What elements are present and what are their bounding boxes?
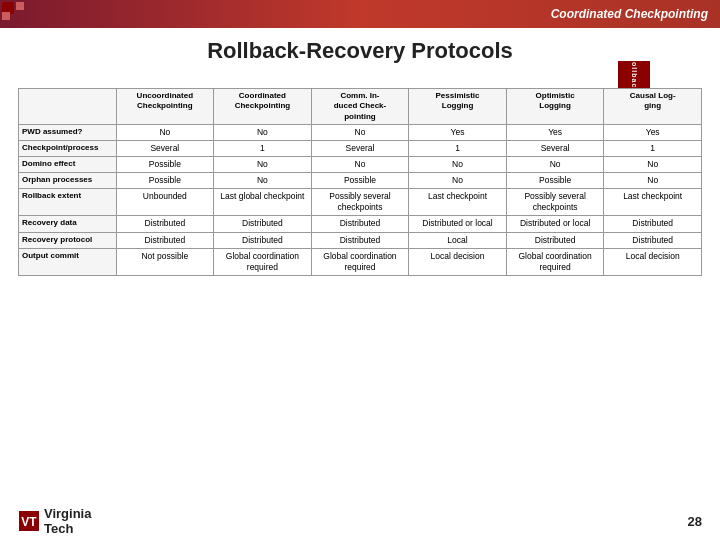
- row-label: Recovery data: [19, 216, 117, 232]
- rollback-badge-label: Rollback: [618, 61, 650, 89]
- table-cell: Possible: [506, 173, 604, 189]
- row-label: Rollback extent: [19, 189, 117, 216]
- table-cell: Distributed: [604, 216, 702, 232]
- table-cell: Local decision: [409, 248, 507, 275]
- col-header-coordinated: CoordinatedCheckpointing: [214, 89, 312, 125]
- row-label: PWD assumed?: [19, 125, 117, 141]
- table-cell: No: [214, 157, 312, 173]
- vt-logo-subtext: Tech: [44, 521, 91, 536]
- col-header-comm-induced: Comm. In-duced Check-pointing: [311, 89, 409, 125]
- table-cell: Last global checkpoint: [214, 189, 312, 216]
- col-header-optimistic: OptimisticLogging: [506, 89, 604, 125]
- col-header-pessimistic: PessimisticLogging: [409, 89, 507, 125]
- table-cell: Possible: [116, 173, 214, 189]
- table-cell: No: [116, 125, 214, 141]
- table-cell: No: [604, 173, 702, 189]
- svg-text:VT: VT: [21, 515, 37, 529]
- table-cell: Unbounded: [116, 189, 214, 216]
- table-cell: Distributed: [311, 216, 409, 232]
- table-row: PWD assumed?NoNoNoYesYesYes: [19, 125, 702, 141]
- table-cell: Yes: [506, 125, 604, 141]
- table-cell: Last checkpoint: [409, 189, 507, 216]
- table-cell: No: [311, 125, 409, 141]
- col-header-label: [19, 89, 117, 125]
- page-number: 28: [688, 514, 702, 529]
- col-header-causal: Causal Log-ging: [604, 89, 702, 125]
- table-cell: No: [409, 157, 507, 173]
- page-title: Rollback-Recovery Protocols Rollback: [0, 30, 720, 70]
- table-cell: 1: [214, 141, 312, 157]
- table-row: Recovery protocolDistributedDistributedD…: [19, 232, 702, 248]
- table-cell: Distributed: [214, 232, 312, 248]
- table-row: Checkpoint/processSeveral1Several1Severa…: [19, 141, 702, 157]
- table-cell: Distributed: [214, 216, 312, 232]
- corner-decoration: [0, 0, 50, 28]
- comparison-table: UncoordinatedCheckpointing CoordinatedCh…: [18, 88, 702, 276]
- table-cell: Yes: [604, 125, 702, 141]
- table-cell: Local decision: [604, 248, 702, 275]
- table-cell: Distributed: [604, 232, 702, 248]
- table-cell: Distributed or local: [506, 216, 604, 232]
- table-cell: No: [214, 173, 312, 189]
- table-cell: Last checkpoint: [604, 189, 702, 216]
- table-cell: 1: [409, 141, 507, 157]
- row-label: Recovery protocol: [19, 232, 117, 248]
- table-cell: Distributed: [311, 232, 409, 248]
- table-row: Output commitNot possibleGlobal coordina…: [19, 248, 702, 275]
- table-row: Recovery dataDistributedDistributedDistr…: [19, 216, 702, 232]
- table-cell: Distributed or local: [409, 216, 507, 232]
- table-cell: No: [506, 157, 604, 173]
- header-title: Coordinated Checkpointing: [551, 7, 708, 21]
- table-cell: Possible: [116, 157, 214, 173]
- table-cell: Possible: [311, 173, 409, 189]
- comparison-table-container: UncoordinatedCheckpointing CoordinatedCh…: [18, 88, 702, 500]
- table-cell: Several: [506, 141, 604, 157]
- table-cell: Global coordination required: [506, 248, 604, 275]
- vt-logo-text: Virginia: [44, 506, 91, 521]
- table-cell: 1: [604, 141, 702, 157]
- table-cell: Yes: [409, 125, 507, 141]
- table-cell: Several: [311, 141, 409, 157]
- vt-logo: VT Virginia Tech: [18, 506, 91, 536]
- row-label: Orphan processes: [19, 173, 117, 189]
- table-cell: No: [311, 157, 409, 173]
- table-row: Rollback extentUnboundedLast global chec…: [19, 189, 702, 216]
- table-cell: Distributed: [116, 216, 214, 232]
- row-label: Domino effect: [19, 157, 117, 173]
- row-label: Checkpoint/process: [19, 141, 117, 157]
- table-cell: Global coordination required: [311, 248, 409, 275]
- table-cell: Several: [116, 141, 214, 157]
- row-label: Output commit: [19, 248, 117, 275]
- table-cell: Possibly several checkpoints: [506, 189, 604, 216]
- table-cell: Not possible: [116, 248, 214, 275]
- footer: VT Virginia Tech 28: [18, 506, 702, 536]
- table-cell: Distributed: [506, 232, 604, 248]
- col-header-uncoordinated: UncoordinatedCheckpointing: [116, 89, 214, 125]
- table-cell: No: [409, 173, 507, 189]
- table-cell: Local: [409, 232, 507, 248]
- table-row: Domino effectPossibleNoNoNoNoNo: [19, 157, 702, 173]
- header-bar: Coordinated Checkpointing: [0, 0, 720, 28]
- table-cell: Global coordination required: [214, 248, 312, 275]
- table-cell: Distributed: [116, 232, 214, 248]
- vt-logo-icon: VT: [18, 510, 40, 532]
- table-cell: Possibly several checkpoints: [311, 189, 409, 216]
- table-row: Orphan processesPossibleNoPossibleNoPoss…: [19, 173, 702, 189]
- table-cell: No: [214, 125, 312, 141]
- table-cell: No: [604, 157, 702, 173]
